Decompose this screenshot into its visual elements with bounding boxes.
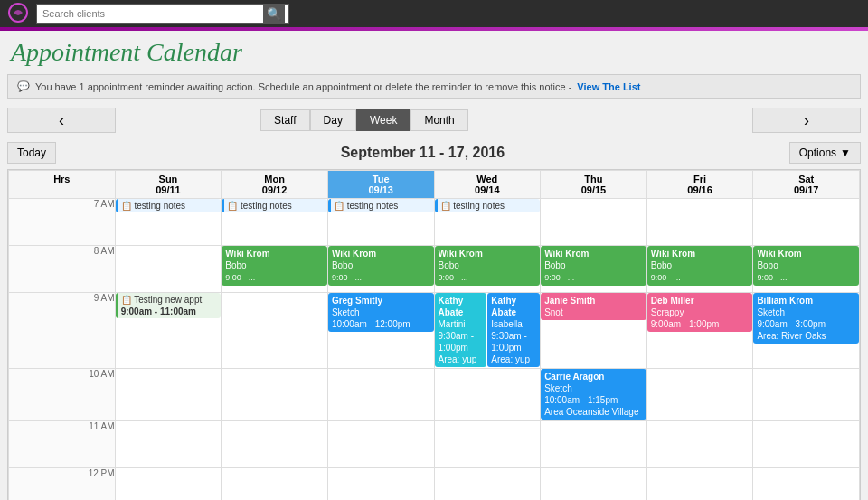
appt-mon-wiki[interactable]: Wiki KromBobo9:00 - ... [222,246,327,286]
row-12pm: 12 PM [9,468,860,501]
mon-dow: Mon [223,174,326,184]
wed-dow: Wed [437,174,539,184]
cell-mon-8am[interactable]: Wiki KromBobo9:00 - ... [222,246,328,293]
cell-fri-7am[interactable] [646,199,753,246]
sat-header: Sat 09/17 [753,171,860,199]
appt-wed-7am-note[interactable]: 📋 testing notes [435,199,541,212]
cell-fri-10am[interactable] [646,369,753,421]
notice-icon: 💬 [17,80,30,92]
view-tabs: Staff Day Week Month [260,109,468,131]
sat-dow: Sat [755,174,857,184]
cell-wed-8am[interactable]: Wiki KromBobo9:00 - ... [434,246,541,293]
prev-button[interactable]: ‹ [7,108,116,133]
appt-sun-testing[interactable]: 📋 Testing new appt 9:00am - 11:00am [116,293,222,318]
cell-wed-7am[interactable]: 📋 testing notes [434,199,541,246]
time-12pm: 12 PM [9,468,116,501]
cell-sat-9am[interactable]: Billiam KromSketch9:00am - 3:00pmArea: R… [753,293,860,369]
cell-tue-10am[interactable] [327,369,434,421]
cell-thu-9am[interactable]: Janie SmithSnot [541,293,647,369]
cell-sat-10am[interactable] [753,369,860,421]
appt-wed-wiki[interactable]: Wiki KromBobo9:00 - ... [435,246,541,286]
appt-thu-wiki[interactable]: Wiki KromBobo9:00 - ... [541,246,646,286]
appt-wed-kathy2[interactable]: Kathy AbateIsabella9:30am -1:00pmArea: y… [487,293,540,367]
tue-dow: Tue [330,174,432,184]
appt-fri-wiki[interactable]: Wiki KromBobo9:00 - ... [647,246,753,286]
cell-sat-7am[interactable] [753,199,860,246]
cell-tue-9am[interactable]: Greg SmitlySketch10:00am - 12:00pm [327,293,434,369]
search-icon: 🔍 [267,7,282,21]
cell-thu-11am[interactable] [541,421,647,468]
note-icon: 📋 [334,201,344,211]
appt-thu-janie[interactable]: Janie SmithSnot [541,293,646,320]
cell-sat-12pm[interactable] [753,468,860,501]
cell-wed-9am[interactable]: Kathy AbateMartini9:30am -1:00pmArea: yu… [434,293,541,369]
cell-mon-7am[interactable]: 📋 testing notes [222,199,328,246]
cell-sun-7am[interactable]: 📋 testing notes [115,199,222,246]
cell-tue-12pm[interactable] [327,468,434,501]
page-title: Appointment Calendar [0,31,868,71]
cell-wed-12pm[interactable] [434,468,541,501]
options-button[interactable]: Options ▼ [789,142,861,164]
cell-sun-10am[interactable] [115,369,222,421]
wed-date: 09/14 [437,184,539,195]
fri-date: 09/16 [649,184,751,195]
cell-sun-11am[interactable] [115,421,222,468]
next-button[interactable]: › [752,108,861,133]
cell-tue-8am[interactable]: Wiki KromBobo9:00 - ... [327,246,434,293]
notice-text: You have 1 appointment reminder awaiting… [35,81,571,92]
cell-wed-10am[interactable] [434,369,541,421]
cell-sun-12pm[interactable] [115,468,222,501]
appt-tue-greg[interactable]: Greg SmitlySketch10:00am - 12:00pm [328,293,434,332]
options-label: Options [799,146,836,159]
time-7am: 7 AM [9,199,116,246]
appt-thu-carrie[interactable]: Carrie AragonSketch10:00am - 1:15pmArea … [541,369,646,420]
time-9am: 9 AM [9,293,116,369]
tab-staff[interactable]: Staff [260,109,309,131]
cell-tue-7am[interactable]: 📋 testing notes [327,199,434,246]
appt-mon-7am-note[interactable]: 📋 testing notes [222,199,327,212]
cell-fri-8am[interactable]: Wiki KromBobo9:00 - ... [646,246,753,293]
appt-tue-7am-note[interactable]: 📋 testing notes [328,199,434,212]
notice-link[interactable]: View The List [577,81,640,92]
tab-day[interactable]: Day [310,109,356,131]
appt-wed-kathy1[interactable]: Kathy AbateMartini9:30am -1:00pmArea: yu… [435,293,487,367]
cell-sun-8am[interactable] [115,246,222,293]
appt-sat-wiki[interactable]: Wiki KromBobo9:00 - ... [753,246,859,286]
hrs-header: Hrs [9,171,116,199]
tab-month[interactable]: Month [410,109,467,131]
tue-header: Tue 09/13 [327,171,434,199]
fri-dow: Fri [649,174,751,184]
calendar-table: Hrs Sun 09/11 Mon 09/12 Tue 09/13 Wed 09… [8,170,860,500]
search-button[interactable]: 🔍 [263,4,285,24]
today-button[interactable]: Today [7,142,56,164]
date-range: September 11 - 17, 2016 [56,145,789,161]
sun-dow: Sun [118,174,220,184]
cell-tue-11am[interactable] [327,421,434,468]
tab-week[interactable]: Week [356,109,410,131]
cell-sat-11am[interactable] [753,421,860,468]
cell-thu-8am[interactable]: Wiki KromBobo9:00 - ... [541,246,647,293]
cell-fri-11am[interactable] [646,421,753,468]
cell-thu-10am[interactable]: Carrie AragonSketch10:00am - 1:15pmArea … [541,369,647,421]
row-11am: 11 AM [9,421,860,468]
cell-mon-12pm[interactable] [222,468,328,501]
appt-sat-billiam[interactable]: Billiam KromSketch9:00am - 3:00pmArea: R… [753,293,859,344]
top-bar: 🔍 [0,0,868,27]
cell-thu-7am[interactable] [541,199,647,246]
cell-thu-12pm[interactable] [541,468,647,501]
cell-sat-8am[interactable]: Wiki KromBobo9:00 - ... [753,246,860,293]
note-icon: 📋 [227,201,238,211]
cell-mon-9am[interactable] [222,293,328,369]
cell-fri-9am[interactable]: Deb MillerScrappy9:00am - 1:00pm [646,293,753,369]
cell-mon-11am[interactable] [222,421,328,468]
appt-sun-7am-note[interactable]: 📋 testing notes [116,199,222,212]
note-icon: 📋 [440,201,451,211]
appt-tue-wiki[interactable]: Wiki KromBobo9:00 - ... [328,246,434,286]
appt-fri-deb[interactable]: Deb MillerScrappy9:00am - 1:00pm [647,293,753,332]
cell-mon-10am[interactable] [222,369,328,421]
search-input[interactable] [37,5,263,23]
cell-sun-9am[interactable]: 📋 Testing new appt 9:00am - 11:00am [115,293,222,369]
cell-wed-11am[interactable] [434,421,541,468]
toolbar: ‹ Staff Day Week Month › [0,102,868,138]
cell-fri-12pm[interactable] [646,468,753,501]
